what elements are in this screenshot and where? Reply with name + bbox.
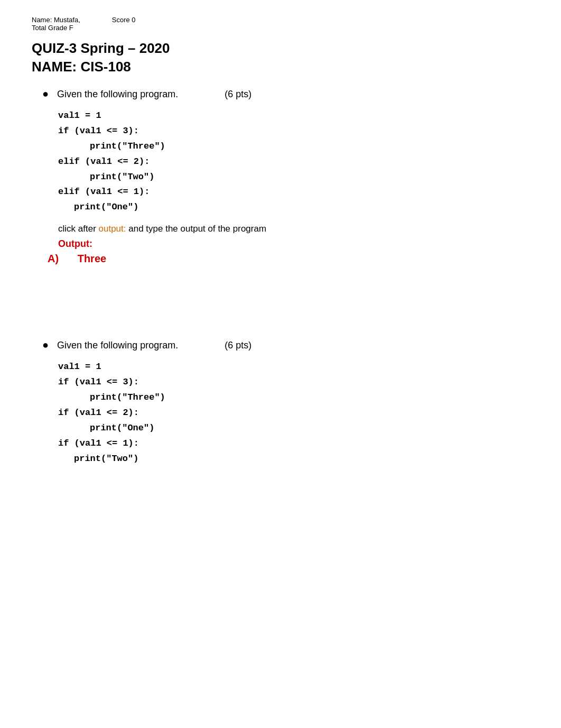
q1-pts: (6 pts) xyxy=(225,89,251,100)
q1-output-label: Output: xyxy=(58,238,529,250)
q2-code-line-7: print("Two") xyxy=(58,451,529,467)
q1-answer-letter: A) xyxy=(48,253,59,264)
q1-bullet: ● xyxy=(42,88,49,100)
q1-code-line-5: print("Two") xyxy=(58,170,529,185)
header-info: Name: Mustafa, Score 0 Total Grade F xyxy=(32,16,529,32)
q1-code-line-4: elif (val1 <= 2): xyxy=(58,154,529,170)
question-1: ● Given the following program. (6 pts) v… xyxy=(32,88,529,265)
spacer xyxy=(32,297,529,339)
question-2: ● Given the following program. (6 pts) v… xyxy=(32,339,529,466)
q1-code-line-3: print("Three") xyxy=(58,139,529,154)
q1-answer-line: A) Three xyxy=(48,253,529,265)
question-1-header: ● Given the following program. (6 pts) xyxy=(42,88,529,100)
q1-answer-value: Three xyxy=(78,253,106,264)
q2-text: Given the following program. xyxy=(57,340,178,351)
q2-code-line-5: print("One") xyxy=(58,421,529,436)
question-2-header: ● Given the following program. (6 pts) xyxy=(42,339,529,351)
q1-instruction: click after output: and type the output … xyxy=(58,224,529,234)
q2-bullet: ● xyxy=(42,339,49,351)
quiz-title-line2: NAME: CIS-108 xyxy=(32,59,529,75)
q2-code-line-4: if (val1 <= 2): xyxy=(58,406,529,421)
name-label: Name: Mustafa, xyxy=(32,16,80,24)
quiz-title-line1: QUIZ-3 Spring – 2020 xyxy=(32,40,529,57)
q1-text: Given the following program. xyxy=(57,89,178,100)
score-label: Score 0 xyxy=(112,16,136,24)
q2-code-line-1: val1 = 1 xyxy=(58,360,529,375)
total-grade-label: Total Grade F xyxy=(32,24,73,32)
q1-code-line-2: if (val1 <= 3): xyxy=(58,124,529,139)
q2-code-line-2: if (val1 <= 3): xyxy=(58,375,529,390)
q2-code-line-3: print("Three") xyxy=(58,390,529,406)
q2-pts: (6 pts) xyxy=(225,340,251,351)
q1-code-line-7: print("One") xyxy=(58,200,529,215)
q1-code-line-1: val1 = 1 xyxy=(58,108,529,124)
q1-code-line-6: elif (val1 <= 1): xyxy=(58,185,529,200)
q1-output-highlight: output: xyxy=(99,224,126,234)
q2-code-line-6: if (val1 <= 1): xyxy=(58,436,529,451)
q1-code-block: val1 = 1 if (val1 <= 3): print("Three") … xyxy=(58,108,529,215)
q2-code-block: val1 = 1 if (val1 <= 3): print("Three") … xyxy=(58,360,529,466)
